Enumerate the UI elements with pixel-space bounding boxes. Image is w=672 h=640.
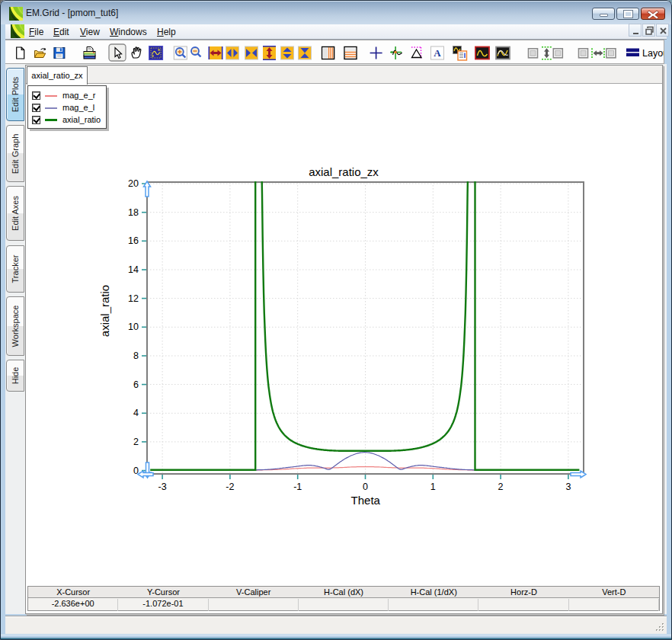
- svg-text:4: 4: [133, 408, 139, 418]
- svg-text:2: 2: [133, 437, 139, 447]
- svg-text:12: 12: [128, 293, 139, 304]
- svg-text:axial_ratio_zx: axial_ratio_zx: [309, 165, 379, 178]
- svg-text:2: 2: [498, 482, 504, 492]
- svg-text:-3: -3: [158, 482, 167, 492]
- svg-text:14: 14: [128, 264, 139, 275]
- svg-text:10: 10: [128, 322, 139, 332]
- svg-text:Theta: Theta: [351, 494, 381, 507]
- svg-text:1: 1: [430, 482, 436, 492]
- svg-text:axial_ratio: axial_ratio: [98, 285, 111, 337]
- svg-text:0: 0: [363, 482, 368, 492]
- svg-text:16: 16: [128, 235, 139, 246]
- svg-text:20: 20: [128, 178, 139, 189]
- svg-text:18: 18: [128, 207, 139, 218]
- svg-text:Layout: Layout: [642, 48, 664, 59]
- svg-text:6: 6: [133, 379, 139, 390]
- svg-text:8: 8: [133, 350, 139, 361]
- svg-text:-2: -2: [226, 482, 234, 492]
- svg-text:-1: -1: [293, 482, 302, 492]
- svg-text:3: 3: [565, 482, 571, 492]
- svg-text:A: A: [434, 47, 441, 59]
